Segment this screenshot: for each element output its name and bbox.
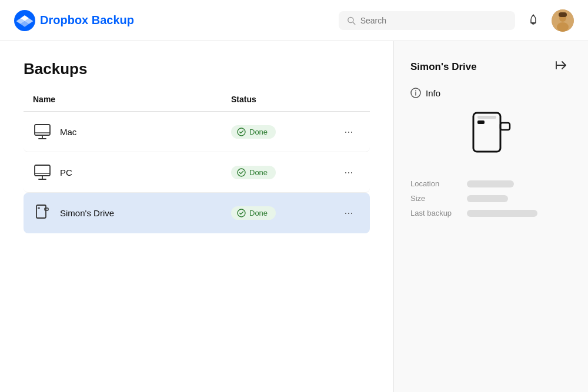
info-field-value [467, 195, 508, 202]
table-row[interactable]: Simon's Drive Done ··· [24, 193, 370, 233]
svg-rect-7 [559, 12, 567, 17]
info-label: Info [426, 88, 440, 98]
backup-table: Name Status Mac [24, 95, 370, 233]
more-options-button[interactable]: ··· [339, 123, 358, 140]
check-circle-icon [237, 209, 246, 217]
info-icon [410, 88, 421, 98]
row-actions-cell: ··· [337, 164, 360, 181]
drive-icon [33, 203, 52, 222]
avatar-svg [552, 9, 574, 32]
info-field-value [467, 180, 514, 187]
row-name-text: Mac [60, 127, 76, 137]
svg-rect-19 [45, 208, 48, 210]
logo-accent: Backup [88, 14, 134, 26]
svg-rect-13 [35, 165, 50, 176]
info-field-row: Location [410, 179, 572, 188]
svg-rect-20 [38, 207, 40, 209]
row-status-cell: Done [231, 206, 337, 220]
svg-rect-28 [500, 123, 510, 130]
row-status-cell: Done [231, 166, 337, 179]
info-section: Info [410, 88, 572, 98]
info-fields: Location Size Last backup [410, 179, 572, 217]
logo-text: Dropbox Backup [40, 14, 134, 27]
row-status-cell: Done [231, 125, 337, 139]
info-field-row: Size [410, 194, 572, 203]
svg-point-26 [415, 91, 416, 92]
row-name-cell: Mac [33, 122, 231, 141]
svg-rect-8 [35, 125, 50, 135]
avatar-image [552, 9, 574, 32]
info-field-label: Last backup [410, 209, 457, 217]
search-bar [339, 11, 515, 30]
svg-rect-29 [477, 120, 485, 124]
monitor-icon [33, 122, 52, 141]
right-panel: Simon's Drive Info [394, 41, 588, 392]
dropbox-logo-icon [14, 10, 35, 31]
svg-point-21 [238, 209, 245, 217]
check-circle-icon [237, 168, 246, 177]
main-layout: Backups Name Status Mac [0, 41, 588, 392]
search-input[interactable] [360, 16, 507, 25]
row-name-text: PC [60, 167, 72, 177]
status-badge: Done [231, 166, 276, 179]
row-actions-cell: ··· [337, 205, 360, 222]
logo-bold: Dropbox [40, 14, 88, 26]
info-field-label: Location [410, 179, 457, 188]
row-name-text: Simon's Drive [60, 208, 114, 218]
col-name-header: Name [33, 95, 231, 104]
table-header: Name Status [24, 95, 370, 112]
more-options-button[interactable]: ··· [339, 205, 358, 222]
arrow-right-icon [555, 59, 568, 72]
notifications-button[interactable] [524, 12, 542, 29]
info-field-value [467, 210, 537, 217]
svg-rect-30 [477, 116, 496, 119]
row-name-cell: Simon's Drive [33, 203, 231, 222]
navbar: Dropbox Backup [0, 0, 588, 41]
info-field-row: Last backup [410, 209, 572, 217]
status-badge: Done [231, 125, 276, 139]
drive-icon-large-area [410, 110, 572, 163]
info-field-label: Size [410, 194, 457, 203]
page-title: Backups [24, 60, 370, 78]
svg-rect-18 [36, 205, 46, 218]
svg-point-12 [238, 128, 245, 136]
more-options-button[interactable]: ··· [339, 164, 358, 181]
status-badge: Done [231, 206, 276, 220]
svg-line-2 [353, 22, 355, 24]
nav-icons [524, 9, 574, 32]
table-row[interactable]: PC Done ··· [24, 152, 370, 193]
panel-header: Simon's Drive [410, 58, 572, 76]
panel-title: Simon's Drive [410, 61, 477, 73]
table-row[interactable]: Mac Done ··· [24, 112, 370, 152]
drive-icon-large [465, 110, 517, 163]
svg-point-17 [238, 169, 245, 176]
left-panel: Backups Name Status Mac [0, 41, 394, 392]
row-actions-cell: ··· [337, 123, 360, 140]
bell-icon [527, 14, 540, 27]
panel-navigate-button[interactable] [552, 58, 572, 76]
monitor-icon [33, 163, 52, 182]
avatar[interactable] [552, 9, 574, 32]
logo-area: Dropbox Backup [14, 10, 134, 31]
svg-point-6 [557, 22, 569, 32]
check-circle-icon [237, 128, 246, 136]
row-name-cell: PC [33, 163, 231, 182]
col-status-header: Status [231, 95, 337, 104]
search-icon [347, 16, 356, 25]
